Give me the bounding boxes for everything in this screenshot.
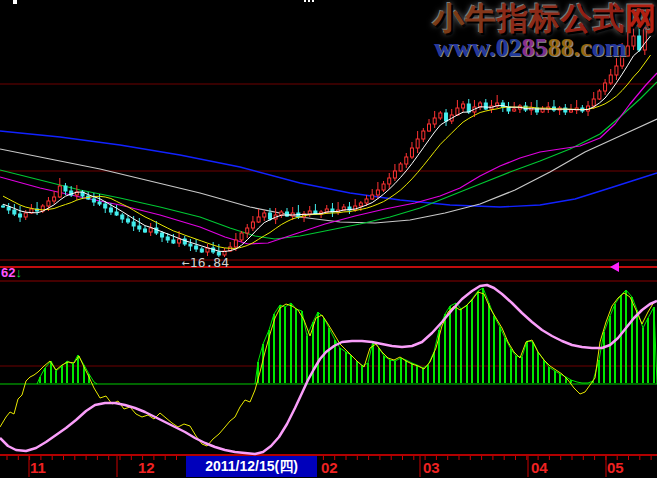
- axis-month-label: 11: [30, 459, 46, 476]
- watermark-char: 8: [547, 33, 560, 62]
- stock-chart-screen: 小牛指标公式网 www.028588.com ←16.84 62↓ 2011/1…: [0, 0, 657, 478]
- watermark-char: w: [434, 33, 453, 62]
- left-value-text: 62: [1, 265, 15, 280]
- watermark-char: 小: [433, 1, 465, 36]
- watermark-char: w: [453, 33, 472, 62]
- left-value-readout: 62↓: [1, 265, 22, 280]
- watermark-char: 网: [625, 1, 657, 36]
- watermark-char: o: [591, 33, 604, 62]
- axis-month-label: 04: [531, 459, 548, 476]
- axis-month-label: 05: [607, 459, 624, 476]
- watermark-char: 2: [508, 33, 521, 62]
- down-arrow-icon: ↓: [15, 265, 22, 280]
- axis-month-label: 02: [321, 459, 338, 476]
- screen-artifact: [308, 0, 310, 2]
- watermark-site-url: www.028588.com: [434, 35, 626, 61]
- watermark-char: 指: [497, 1, 529, 36]
- screen-artifact: [312, 0, 314, 2]
- watermark-char: 式: [593, 1, 625, 36]
- screen-artifact: [13, 0, 17, 4]
- watermark-char: m: [604, 33, 626, 62]
- watermark-char: 标: [529, 1, 561, 36]
- axis-month-label: 03: [423, 459, 440, 476]
- watermark-site-name: 小牛指标公式网: [433, 2, 657, 36]
- watermark-char: c: [580, 33, 592, 62]
- chart-canvas[interactable]: [0, 0, 657, 478]
- low-price-annotation: ←16.84: [182, 255, 229, 270]
- watermark-char: 0: [495, 33, 508, 62]
- watermark-char: 8: [521, 33, 534, 62]
- watermark-char: 公: [561, 1, 593, 36]
- screen-artifact: [304, 0, 306, 2]
- price-cursor-arrow-icon: [610, 262, 619, 272]
- selected-date-box[interactable]: 2011/12/15(四): [186, 456, 317, 477]
- watermark-char: 5: [534, 33, 547, 62]
- watermark-char: w: [472, 33, 489, 62]
- watermark-char: 牛: [465, 1, 497, 36]
- axis-month-label: 12: [138, 459, 155, 476]
- watermark-char: 8: [560, 33, 573, 62]
